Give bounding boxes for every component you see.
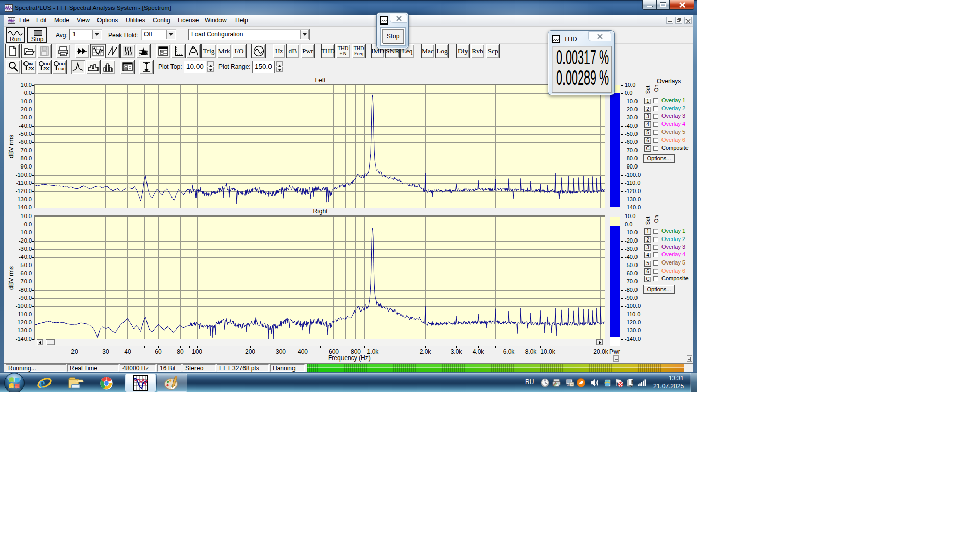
svg-text:OUT: OUT <box>59 62 66 66</box>
svg-text:e: e <box>39 376 45 390</box>
svg-text:FULL: FULL <box>58 67 66 71</box>
svg-text:2X: 2X <box>28 66 34 71</box>
svg-text:2X: 2X <box>43 66 50 71</box>
